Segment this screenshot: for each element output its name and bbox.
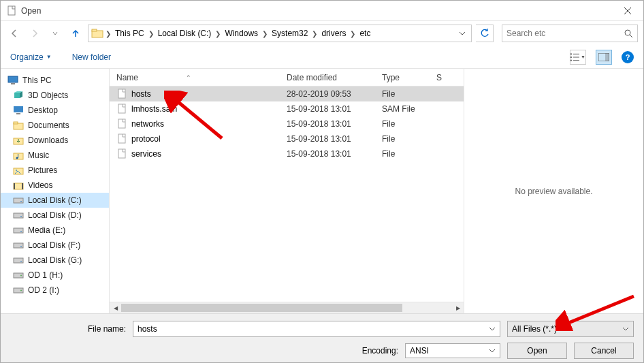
horizontal-scrollbar[interactable]: ◀ ▶ <box>110 302 464 313</box>
toolbar: Organize▼ New folder ▼ ? <box>1 46 643 69</box>
svg-rect-40 <box>14 243 23 248</box>
close-button[interactable] <box>612 1 643 21</box>
sidebar-item[interactable]: OD 2 (I:) <box>1 283 109 298</box>
sidebar-item[interactable]: 3D Objects <box>1 88 109 103</box>
scroll-left-icon[interactable]: ◀ <box>110 302 121 314</box>
sidebar-item[interactable]: Documents <box>1 118 109 133</box>
file-row[interactable]: services15-09-2018 13:01File <box>110 146 464 161</box>
file-row[interactable]: hosts28-02-2019 09:53File <box>110 86 464 101</box>
preview-pane-button[interactable] <box>596 50 612 65</box>
chevron-right-icon[interactable]: ❯ <box>261 30 268 37</box>
chevron-right-icon[interactable]: ❯ <box>349 30 356 37</box>
back-button[interactable] <box>6 25 22 42</box>
navigation-pane[interactable]: This PC 3D ObjectsDesktopDocumentsDownlo… <box>1 69 110 313</box>
svg-rect-34 <box>14 198 23 203</box>
chevron-down-icon <box>622 326 629 332</box>
chevron-down-icon[interactable] <box>486 326 496 332</box>
recent-dropdown[interactable] <box>47 25 63 42</box>
chevron-right-icon[interactable]: ❯ <box>214 30 221 37</box>
sidebar-item[interactable]: Local Disk (G:) <box>1 253 109 268</box>
column-name[interactable]: Name⌃ <box>116 73 287 82</box>
search-input[interactable] <box>506 29 624 38</box>
file-row[interactable]: networks15-09-2018 13:01File <box>110 116 464 131</box>
disk-icon <box>13 255 24 266</box>
file-list[interactable]: hosts28-02-2019 09:53Filelmhosts.sam15-0… <box>110 86 464 302</box>
file-icon <box>116 104 127 114</box>
downloads-icon <box>13 135 24 146</box>
open-button[interactable]: Open <box>507 343 567 359</box>
sidebar-item[interactable]: Music <box>1 148 109 163</box>
svg-point-30 <box>16 170 17 171</box>
file-row[interactable]: lmhosts.sam15-09-2018 13:01SAM File <box>110 101 464 116</box>
help-button[interactable]: ? <box>622 51 634 63</box>
breadcrumb-this-pc[interactable]: This PC <box>112 27 148 40</box>
breadcrumb-windows[interactable]: Windows <box>221 27 261 40</box>
column-headers[interactable]: Name⌃ Date modified Type S <box>110 69 464 86</box>
chevron-down-icon <box>489 347 496 354</box>
search-box[interactable] <box>502 25 638 42</box>
file-row[interactable]: protocol15-09-2018 13:01File <box>110 131 464 146</box>
column-date[interactable]: Date modified <box>287 73 382 82</box>
svg-rect-43 <box>20 261 22 262</box>
svg-rect-17 <box>11 83 15 84</box>
sidebar-item[interactable]: Local Disk (C:) <box>1 193 109 208</box>
file-type-filter[interactable]: All Files (*.*) <box>507 321 634 337</box>
sidebar-item[interactable]: Local Disk (F:) <box>1 238 109 253</box>
sidebar-item[interactable]: Local Disk (D:) <box>1 208 109 223</box>
address-row: ❯ This PC ❯ Local Disk (C:) ❯ Windows ❯ … <box>1 21 643 46</box>
breadcrumb-etc[interactable]: etc <box>356 27 374 40</box>
svg-rect-35 <box>20 201 22 202</box>
up-button[interactable] <box>67 25 84 42</box>
folder-icon <box>91 27 103 40</box>
chevron-down-icon: ▼ <box>46 54 52 60</box>
chevron-right-icon[interactable]: ❯ <box>311 30 318 37</box>
svg-point-47 <box>20 290 22 291</box>
videos-icon <box>13 180 24 191</box>
sidebar-item[interactable]: Desktop <box>1 103 109 118</box>
svg-rect-15 <box>605 53 609 61</box>
sidebar-item[interactable]: Videos <box>1 178 109 193</box>
organize-menu[interactable]: Organize▼ <box>10 52 52 62</box>
search-icon <box>624 29 633 38</box>
breadcrumb-c[interactable]: Local Disk (C:) <box>155 27 215 40</box>
breadcrumb-drivers[interactable]: drivers <box>318 27 349 40</box>
column-size[interactable]: S <box>436 73 457 82</box>
refresh-button[interactable] <box>476 25 494 42</box>
chevron-right-icon[interactable]: ❯ <box>148 30 155 37</box>
3d-icon <box>13 90 24 101</box>
encoding-select[interactable]: ANSI <box>405 343 500 358</box>
svg-rect-5 <box>92 29 97 31</box>
filename-input[interactable] <box>138 324 486 334</box>
svg-rect-10 <box>570 59 572 61</box>
column-type[interactable]: Type <box>382 73 436 82</box>
breadcrumb-system32[interactable]: System32 <box>268 27 311 40</box>
svg-rect-50 <box>118 119 125 128</box>
disk-icon <box>13 210 24 221</box>
sidebar-this-pc[interactable]: This PC <box>1 73 109 88</box>
this-pc-icon <box>7 75 18 86</box>
address-bar[interactable]: ❯ This PC ❯ Local Disk (C:) ❯ Windows ❯ … <box>88 25 472 42</box>
address-dropdown-icon[interactable] <box>456 30 468 37</box>
scroll-thumb[interactable] <box>121 304 402 312</box>
chevron-right-icon[interactable]: ❯ <box>105 30 112 37</box>
sidebar-item[interactable]: OD 1 (H:) <box>1 268 109 283</box>
filename-label: File name: <box>10 324 126 334</box>
svg-rect-33 <box>22 183 23 189</box>
drive-icon <box>13 270 24 281</box>
scroll-right-icon[interactable]: ▶ <box>452 302 464 314</box>
preview-pane: No preview available. <box>464 69 643 313</box>
view-options-button[interactable]: ▼ <box>570 50 586 65</box>
title-bar: Open <box>1 1 643 21</box>
svg-rect-9 <box>570 57 572 58</box>
filename-combobox[interactable] <box>133 321 500 337</box>
new-folder-button[interactable]: New folder <box>72 52 111 62</box>
svg-rect-21 <box>14 106 23 112</box>
sidebar-item[interactable]: Media (E:) <box>1 223 109 238</box>
window-controls <box>612 1 643 21</box>
chevron-down-icon: ▼ <box>581 54 585 59</box>
forward-button[interactable] <box>27 25 43 42</box>
svg-rect-51 <box>118 134 125 143</box>
sidebar-item[interactable]: Downloads <box>1 133 109 148</box>
sidebar-item[interactable]: Pictures <box>1 163 109 178</box>
cancel-button[interactable]: Cancel <box>574 343 634 359</box>
